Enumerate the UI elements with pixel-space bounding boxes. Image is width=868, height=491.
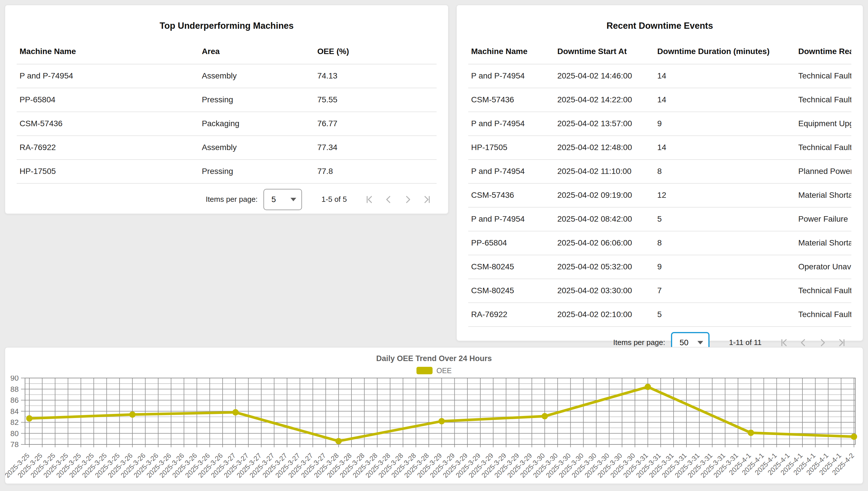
chevron-down-icon [697,341,703,344]
svg-text:90: 90 [10,376,19,382]
table-row: CSM-802452025-04-02 03:30:007Technical F… [468,279,851,303]
table-cell: 2025-04-02 09:19:00 [555,191,654,200]
table-cell: HP-17505 [468,143,555,152]
table-cell: 8 [654,238,795,248]
first-page-button[interactable] [360,190,379,209]
underperforming-machines-table: Machine NameAreaOEE (%) P and P-74954Ass… [17,39,437,184]
table-cell: Power Failure [795,214,851,224]
next-page-button[interactable] [398,190,417,209]
table-cell: 7 [654,286,795,295]
table-cell: PP-65804 [468,238,555,248]
table-row: P and P-74954Assembly74.13 [17,64,437,88]
table-cell: RA-76922 [468,310,555,319]
dashboard-page: { "left_card": { "title": "Top Underperf… [0,0,868,491]
first-page-icon [780,338,788,347]
table-row: PP-65804Pressing75.55 [17,88,437,112]
table-cell: PP-65804 [17,95,199,104]
paginator: Items per page: 5 1-5 of 5 [17,184,437,210]
chevron-right-icon [403,195,412,204]
table-cell: 14 [654,95,795,104]
column-header: Downtime Start At [555,47,654,56]
table-row: RA-769222025-04-02 02:10:005Technical Fa… [468,303,851,327]
table-cell: 8 [654,167,795,176]
table-cell: HP-17505 [17,167,199,176]
table-cell: CSM-80245 [468,262,555,271]
items-per-page-label: Items per page: [613,338,665,347]
table-row: P and P-749542025-04-02 14:46:0014Techni… [468,64,851,88]
card-top-underperforming-machines: Top Underperforming Machines Machine Nam… [5,5,449,214]
items-per-page-value: 50 [680,338,689,347]
table-cell: 5 [654,310,795,319]
last-page-button[interactable] [417,190,437,209]
table-cell: Pressing [199,95,315,104]
table-cell: RA-76922 [17,143,199,152]
table-cell: 2025-04-02 08:42:00 [555,214,654,224]
previous-page-button[interactable] [379,190,398,209]
svg-text:88: 88 [10,385,19,394]
table-cell: 2025-04-02 11:10:00 [555,167,654,176]
column-header: Machine Name [468,47,555,56]
table-cell: Assembly [199,71,315,81]
table-row: RA-76922Assembly77.34 [17,136,437,160]
svg-text:82: 82 [10,418,19,427]
table-cell: Technical Fault [795,310,851,319]
legend-swatch-oee [416,367,432,374]
paginator-buttons [360,190,437,209]
table-cell: 77.8 [314,167,437,176]
card-recent-downtime-events: Recent Downtime Events Machine NameDownt… [456,5,863,341]
table-body: P and P-749542025-04-02 14:46:0014Techni… [468,64,851,327]
table-cell: P and P-74954 [468,119,555,128]
table-row: CSM-574362025-04-02 09:19:0012Material S… [468,184,851,207]
table-cell: 9 [654,119,795,128]
table-cell: Material Shortage [795,238,851,248]
table-cell: 2025-04-02 06:06:00 [555,238,654,248]
table-cell: 14 [654,71,795,81]
column-header: Downtime Reason [795,47,851,56]
svg-text:86: 86 [10,396,19,404]
table-header-row: Machine NameAreaOEE (%) [17,39,437,64]
last-page-icon [838,338,846,347]
table-cell: 12 [654,191,795,200]
table-row: HP-175052025-04-02 12:48:0014Technical F… [468,136,851,160]
table-cell: P and P-74954 [17,71,199,81]
table-cell: Technical Fault [795,71,851,81]
table-row: P and P-749542025-04-02 11:10:008Planned… [468,160,851,184]
table-cell: CSM-57436 [468,95,555,104]
table-cell: 75.55 [314,95,437,104]
table-cell: Material Shortage [795,191,851,200]
table-row: PP-658042025-04-02 06:06:008Material Sho… [468,231,851,255]
chevron-left-icon [384,195,393,204]
table-cell: 2025-04-02 13:57:00 [555,119,654,128]
table-cell: P and P-74954 [468,214,555,224]
svg-text:80: 80 [10,429,19,438]
table-cell: Technical Fault [795,95,851,104]
svg-text:84: 84 [10,407,19,416]
chart-legend: OEE [5,367,863,375]
table-cell: P and P-74954 [468,167,555,176]
items-per-page-select[interactable]: 5 [263,189,302,210]
items-per-page-value: 5 [272,195,276,204]
table-row: CSM-802452025-04-02 05:32:009Operator Un… [468,255,851,279]
table-row: P and P-749542025-04-02 08:42:005Power F… [468,207,851,231]
table-body: P and P-74954Assembly74.13PP-65804Pressi… [17,64,437,184]
card-daily-oee-trend: Daily OEE Trend Over 24 Hours OEE 2025-3… [5,347,863,484]
card-title: Top Underperforming Machines [17,20,437,32]
table-cell: 2025-04-02 14:22:00 [555,95,654,104]
chevron-down-icon [290,198,296,201]
table-header-row: Machine NameDowntime Start AtDowntime Du… [468,39,851,64]
table-cell: CSM-57436 [17,119,199,128]
column-header: Machine Name [17,47,199,56]
last-page-icon [423,195,431,204]
column-header: Area [199,47,315,56]
legend-label: OEE [437,367,452,375]
table-cell: 5 [654,214,795,224]
table-row: HP-17505Pressing77.8 [17,160,437,184]
oee-trend-line-chart: 2025-3-252025-3-252025-3-252025-3-252025… [5,376,864,480]
table-cell: 14 [654,143,795,152]
column-header: Downtime Duration (minutes) [654,47,795,56]
paginator-range-label: 1-11 of 11 [729,338,762,347]
table-cell: CSM-80245 [468,286,555,295]
table-cell: 2025-04-02 14:46:00 [555,71,654,81]
table-cell: Equipment Upgrades [795,119,851,128]
table-cell: 2025-04-02 03:30:00 [555,286,654,295]
